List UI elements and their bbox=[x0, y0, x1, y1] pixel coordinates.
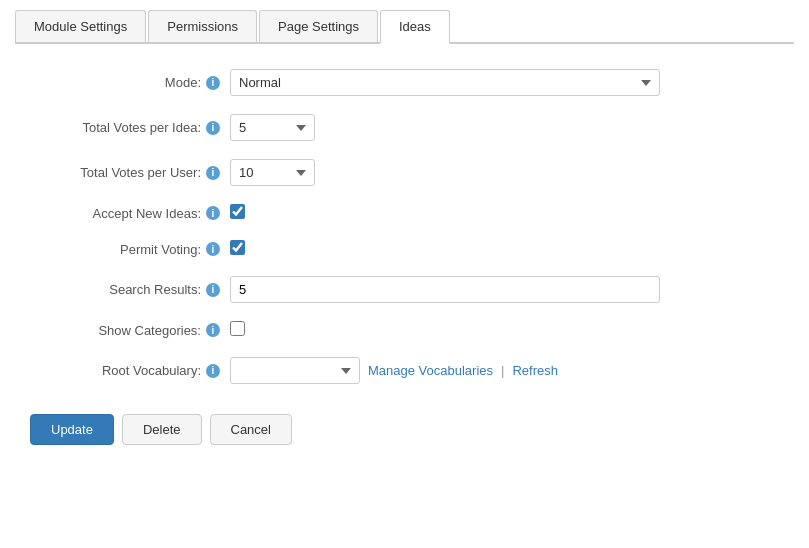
show-categories-control bbox=[230, 321, 794, 339]
show-categories-checkbox[interactable] bbox=[230, 321, 245, 336]
votes-per-idea-label: Total Votes per Idea: i bbox=[35, 120, 230, 135]
search-results-control bbox=[230, 276, 794, 303]
mode-select[interactable]: Normal Archive Draft bbox=[230, 69, 660, 96]
votes-per-idea-row: Total Votes per Idea: i 1 2 3 4 5 10 15 … bbox=[35, 114, 794, 141]
show-categories-info-icon[interactable]: i bbox=[206, 323, 220, 337]
root-vocabulary-select[interactable] bbox=[230, 357, 360, 384]
accept-new-ideas-checkbox[interactable] bbox=[230, 204, 245, 219]
cancel-button[interactable]: Cancel bbox=[210, 414, 292, 445]
refresh-link[interactable]: Refresh bbox=[512, 363, 558, 378]
votes-per-user-info-icon[interactable]: i bbox=[206, 166, 220, 180]
permit-voting-control bbox=[230, 240, 794, 258]
votes-per-user-label: Total Votes per User: i bbox=[35, 165, 230, 180]
manage-vocabularies-link[interactable]: Manage Vocabularies bbox=[368, 363, 493, 378]
search-results-input[interactable] bbox=[230, 276, 660, 303]
tab-page-settings[interactable]: Page Settings bbox=[259, 10, 378, 42]
update-button[interactable]: Update bbox=[30, 414, 114, 445]
permit-voting-row: Permit Voting: i bbox=[35, 240, 794, 258]
mode-label: Mode: i bbox=[35, 75, 230, 90]
root-vocabulary-info-icon[interactable]: i bbox=[206, 364, 220, 378]
accept-new-ideas-row: Accept New Ideas: i bbox=[35, 204, 794, 222]
search-results-label: Search Results: i bbox=[35, 282, 230, 297]
mode-control: Normal Archive Draft bbox=[230, 69, 794, 96]
delete-button[interactable]: Delete bbox=[122, 414, 202, 445]
permit-voting-label: Permit Voting: i bbox=[35, 242, 230, 257]
tab-module-settings[interactable]: Module Settings bbox=[15, 10, 146, 42]
permit-voting-checkbox[interactable] bbox=[230, 240, 245, 255]
votes-per-idea-control: 1 2 3 4 5 10 15 20 bbox=[230, 114, 794, 141]
permit-voting-info-icon[interactable]: i bbox=[206, 242, 220, 256]
tabs-bar: Module Settings Permissions Page Setting… bbox=[15, 10, 794, 44]
tab-ideas[interactable]: Ideas bbox=[380, 10, 450, 44]
button-row: Update Delete Cancel bbox=[15, 414, 794, 445]
accept-new-ideas-control bbox=[230, 204, 794, 222]
accept-new-ideas-label: Accept New Ideas: i bbox=[35, 206, 230, 221]
form-area: Mode: i Normal Archive Draft Total Votes… bbox=[15, 64, 794, 384]
search-results-row: Search Results: i bbox=[35, 276, 794, 303]
votes-per-idea-select[interactable]: 1 2 3 4 5 10 15 20 bbox=[230, 114, 315, 141]
show-categories-row: Show Categories: i bbox=[35, 321, 794, 339]
page-wrapper: Module Settings Permissions Page Setting… bbox=[0, 0, 809, 465]
root-vocabulary-row: Root Vocabulary: i Manage Vocabularies |… bbox=[35, 357, 794, 384]
votes-per-idea-info-icon[interactable]: i bbox=[206, 121, 220, 135]
root-vocabulary-control: Manage Vocabularies | Refresh bbox=[230, 357, 794, 384]
mode-row: Mode: i Normal Archive Draft bbox=[35, 69, 794, 96]
votes-per-user-row: Total Votes per User: i 1 2 3 5 10 15 20… bbox=[35, 159, 794, 186]
show-categories-label: Show Categories: i bbox=[35, 323, 230, 338]
mode-info-icon[interactable]: i bbox=[206, 76, 220, 90]
votes-per-user-select[interactable]: 1 2 3 5 10 15 20 25 bbox=[230, 159, 315, 186]
search-results-info-icon[interactable]: i bbox=[206, 283, 220, 297]
root-vocabulary-label: Root Vocabulary: i bbox=[35, 363, 230, 378]
accept-new-ideas-info-icon[interactable]: i bbox=[206, 206, 220, 220]
pipe-separator: | bbox=[501, 363, 504, 378]
tab-permissions[interactable]: Permissions bbox=[148, 10, 257, 42]
votes-per-user-control: 1 2 3 5 10 15 20 25 bbox=[230, 159, 794, 186]
